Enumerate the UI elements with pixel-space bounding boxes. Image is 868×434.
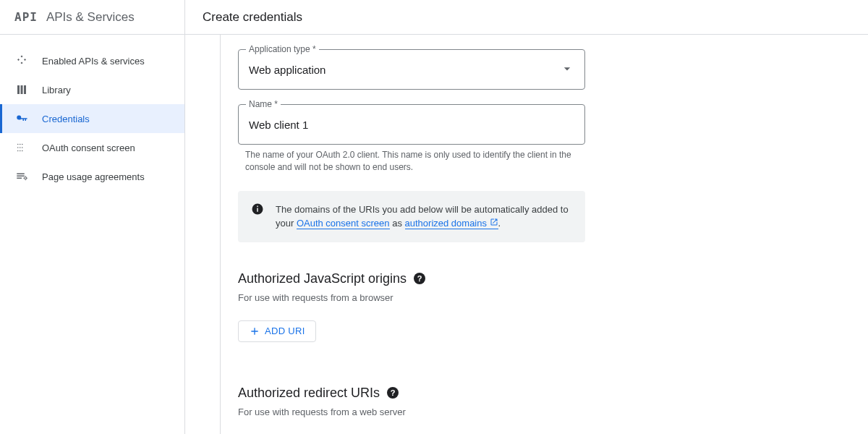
sidebar-header: API APIs & Services [0, 0, 184, 35]
main-body: Application type * Web application Name … [220, 35, 868, 434]
sidebar: API APIs & Services Enabled APIs & servi… [0, 0, 185, 434]
main-header: Create credentials [185, 0, 868, 35]
js-origins-desc: For use with requests from a browser [238, 292, 585, 303]
sidebar-item-enabled-apis[interactable]: Enabled APIs & services [0, 46, 184, 75]
enabled-apis-icon [14, 54, 29, 68]
svg-point-5 [22, 147, 23, 148]
svg-point-1 [20, 144, 21, 145]
page-usage-icon [14, 169, 29, 184]
svg-point-0 [17, 144, 19, 145]
name-helper-text: The name of your OAuth 2.0 client. This … [238, 149, 585, 174]
application-type-label: Application type * [246, 44, 319, 54]
name-input-wrap[interactable]: Name * [238, 104, 585, 145]
info-text: The domains of the URIs you add below wi… [276, 203, 572, 231]
svg-point-2 [22, 144, 23, 145]
sidebar-item-credentials[interactable]: Credentials [0, 104, 184, 133]
info-icon [251, 203, 264, 216]
sidebar-item-oauth-consent[interactable]: OAuth consent screen [0, 133, 184, 162]
authorized-domains-link[interactable]: authorized domains [405, 218, 498, 229]
name-input[interactable] [249, 119, 574, 131]
application-type-value: Web application [249, 64, 560, 76]
plus-icon [249, 326, 260, 337]
info-box: The domains of the URIs you add below wi… [238, 191, 585, 242]
consent-screen-icon [14, 140, 29, 155]
sidebar-item-label: Enabled APIs & services [42, 56, 145, 67]
redirect-uris-desc: For use with requests from a web server [238, 407, 585, 417]
chevron-down-icon [560, 61, 574, 78]
svg-point-3 [17, 147, 19, 148]
svg-point-9 [25, 177, 27, 179]
sidebar-item-library[interactable]: Library [0, 75, 184, 104]
svg-point-6 [17, 150, 19, 152]
sidebar-item-label: Credentials [42, 114, 90, 124]
sidebar-item-label: Library [42, 85, 71, 95]
svg-point-4 [20, 147, 21, 148]
svg-rect-11 [257, 208, 258, 211]
sidebar-item-label: OAuth consent screen [42, 142, 135, 153]
help-icon[interactable]: ? [387, 387, 399, 399]
external-link-icon [490, 218, 498, 226]
sidebar-item-label: Page usage agreements [42, 171, 145, 182]
library-icon [14, 82, 29, 97]
sidebar-item-page-usage[interactable]: Page usage agreements [0, 162, 184, 191]
js-origins-title: Authorized JavaScript origins ? [238, 271, 585, 286]
key-icon [14, 111, 29, 126]
name-label: Name * [246, 99, 281, 109]
redirect-uris-section: Authorized redirect URIs ? For use with … [238, 386, 585, 417]
sidebar-title: APIs & Services [46, 10, 135, 25]
add-uri-button[interactable]: ADD URI [238, 320, 316, 342]
oauth-consent-link[interactable]: OAuth consent screen [297, 218, 390, 229]
main: Create credentials Application type * We… [185, 0, 868, 434]
svg-rect-12 [257, 205, 258, 207]
page-title: Create credentials [203, 10, 302, 25]
help-icon[interactable]: ? [414, 273, 425, 284]
application-type-select[interactable]: Application type * Web application [238, 49, 585, 90]
sidebar-nav: Enabled APIs & services Library Credenti… [0, 35, 184, 191]
redirect-uris-title: Authorized redirect URIs ? [238, 386, 585, 401]
svg-point-7 [20, 150, 21, 152]
api-logo: API [14, 10, 38, 24]
js-origins-section: Authorized JavaScript origins ? For use … [238, 271, 585, 342]
svg-point-8 [22, 150, 23, 152]
